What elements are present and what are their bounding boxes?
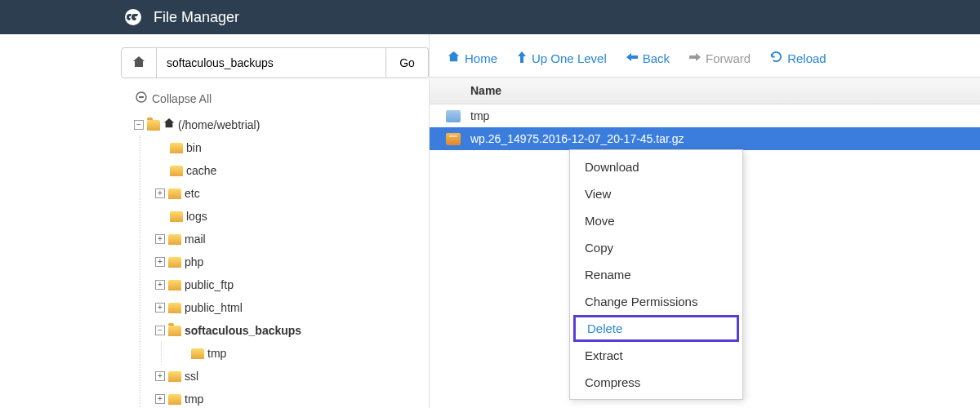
tree-root-label: (/home/webtrial) (178, 115, 260, 135)
folder-icon (147, 120, 160, 131)
folder-icon (170, 143, 183, 153)
folder-icon (168, 234, 181, 245)
context-menu-item[interactable]: View (570, 180, 742, 207)
tree-label: etc (185, 184, 200, 203)
path-bar: Go (121, 47, 429, 78)
file-rows: tmpwp.26_14975.2016-12-07_20-17-45.tar.g… (430, 104, 980, 150)
context-menu-item[interactable]: Move (570, 207, 742, 234)
app-title: File Manager (154, 9, 239, 26)
expander-icon[interactable]: + (155, 371, 165, 381)
expander-icon[interactable]: + (155, 234, 165, 244)
cpanel-logo (122, 7, 144, 28)
tree-item[interactable]: cache (155, 159, 429, 182)
tree-item[interactable]: +tmp (155, 388, 429, 408)
expander-icon[interactable]: + (155, 188, 165, 198)
home-button[interactable] (121, 47, 157, 78)
file-row[interactable]: wp.26_14975.2016-12-07_20-17-45.tar.gz (430, 127, 980, 150)
toolbar: Home Up One Level Back Forward (430, 34, 980, 77)
folder-icon (168, 188, 181, 199)
expander-icon[interactable]: + (155, 394, 165, 404)
tree-label: softaculous_backups (185, 321, 301, 340)
expander-icon[interactable]: + (155, 303, 165, 313)
home-icon (448, 51, 460, 65)
folder-icon (168, 280, 181, 290)
expander-icon[interactable]: + (155, 257, 165, 267)
reload-label: Reload (787, 51, 826, 65)
tree-label: tmp (207, 344, 226, 363)
context-menu-item[interactable]: Change Permissions (570, 288, 742, 315)
tree-item[interactable]: +public_html (155, 296, 429, 319)
tree-children: bincache+etclogs+mail+php+public_ftp+pub… (140, 136, 429, 408)
tree-item[interactable]: +public_ftp (155, 273, 429, 296)
forward-label: Forward (706, 51, 751, 65)
toolbar-reload[interactable]: Reload (770, 51, 826, 65)
context-menu-item[interactable]: Download (570, 153, 742, 180)
collapse-all[interactable]: Collapse All (121, 91, 429, 105)
tree-label: cache (186, 161, 216, 180)
tree-item[interactable]: logs (155, 205, 429, 228)
svg-rect-1 (139, 96, 144, 98)
tree-item[interactable]: −softaculous_backups (155, 319, 429, 342)
context-menu-item[interactable]: Copy (570, 234, 742, 261)
tree-children: tmp (161, 342, 429, 365)
back-label: Back (643, 51, 670, 65)
folder-icon (168, 326, 181, 336)
folder-icon (446, 110, 461, 122)
table-header-name[interactable]: Name (430, 77, 980, 104)
tree-item[interactable]: +ssl (155, 365, 429, 388)
folder-icon (170, 211, 183, 222)
up-arrow-icon (517, 51, 527, 65)
collapse-icon (136, 91, 147, 105)
left-panel: Go Collapse All − (/home/webtrial) binca… (0, 34, 429, 408)
toolbar-home[interactable]: Home (448, 51, 497, 65)
tree-root[interactable]: − (/home/webtrial) (134, 113, 429, 136)
expander-icon[interactable]: − (155, 326, 165, 335)
tree-item[interactable]: +mail (155, 228, 429, 251)
tree-label: bin (186, 138, 202, 157)
up-label: Up One Level (532, 51, 607, 65)
collapse-label: Collapse All (152, 92, 212, 105)
file-table: Name tmpwp.26_14975.2016-12-07_20-17-45.… (430, 77, 980, 150)
home-icon (163, 115, 175, 135)
tree-item[interactable]: +php (155, 251, 429, 273)
header: File Manager (0, 0, 980, 34)
tree-label: php (185, 252, 203, 272)
folder-icon (170, 166, 183, 176)
toolbar-up[interactable]: Up One Level (517, 51, 607, 65)
home-label: Home (465, 51, 497, 65)
file-row[interactable]: tmp (430, 104, 980, 127)
context-menu: DownloadViewMoveCopyRenameChange Permiss… (569, 149, 743, 400)
expander-icon[interactable]: + (155, 280, 165, 290)
toolbar-back[interactable]: Back (626, 51, 670, 65)
context-menu-item[interactable]: Compress (570, 369, 742, 396)
tree-label: tmp (185, 389, 203, 408)
folder-tree: − (/home/webtrial) bincache+etclogs+mail… (121, 113, 429, 408)
toolbar-forward[interactable]: Forward (689, 51, 751, 65)
go-button[interactable]: Go (386, 47, 429, 78)
tree-item[interactable]: bin (155, 136, 429, 159)
tree-label: logs (186, 206, 207, 226)
main: Go Collapse All − (/home/webtrial) binca… (0, 34, 980, 408)
tree-label: public_ftp (185, 275, 234, 295)
file-name: wp.26_14975.2016-12-07_20-17-45.tar.gz (470, 132, 684, 145)
tree-label: ssl (185, 366, 198, 386)
tree-item[interactable]: tmp (176, 342, 429, 365)
folder-icon (168, 371, 181, 382)
expander-icon[interactable]: − (134, 120, 144, 130)
archive-icon (446, 133, 461, 145)
home-icon (132, 55, 145, 71)
folder-icon (168, 257, 181, 268)
reload-icon (770, 51, 782, 65)
file-name: tmp (470, 109, 489, 122)
folder-icon (191, 348, 204, 359)
tree-item[interactable]: +etc (155, 182, 429, 205)
context-menu-item[interactable]: Rename (570, 261, 742, 288)
path-input[interactable] (157, 47, 386, 78)
context-menu-item[interactable]: Delete (573, 315, 739, 342)
context-menu-item[interactable]: Extract (570, 342, 742, 369)
folder-icon (168, 303, 181, 313)
tree-label: mail (185, 229, 206, 249)
tree-label: public_html (185, 298, 243, 317)
folder-icon (168, 394, 181, 405)
forward-arrow-icon (689, 51, 701, 64)
